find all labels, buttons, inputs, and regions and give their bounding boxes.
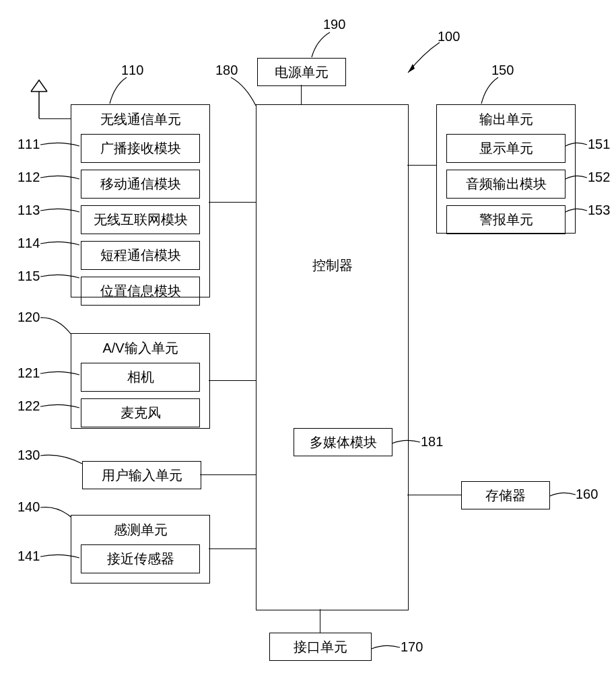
ref-141: 141	[18, 548, 40, 564]
leader-181	[392, 438, 422, 448]
leader-114	[40, 240, 81, 252]
location-block: 位置信息模块	[81, 277, 200, 306]
power-block: 电源单元	[257, 58, 346, 86]
ref-151: 151	[588, 137, 610, 152]
display-block: 显示单元	[446, 134, 566, 163]
leader-152	[566, 174, 589, 184]
ref-181: 181	[421, 434, 443, 450]
camera-block: 相机	[81, 363, 200, 392]
arrow-100	[403, 40, 443, 81]
leader-115	[40, 273, 81, 285]
connector-sensing	[209, 548, 256, 549]
connector-interface	[320, 609, 320, 633]
ref-170: 170	[401, 639, 423, 655]
leader-110	[108, 75, 131, 106]
audioout-block: 音频输出模块	[446, 170, 566, 199]
connector-wireless	[209, 202, 256, 203]
mic-block: 麦克风	[81, 398, 200, 427]
memory-label: 存储器	[485, 487, 526, 505]
leader-150	[479, 75, 503, 106]
ref-115: 115	[18, 269, 40, 284]
internet-block: 无线互联网模块	[81, 205, 200, 234]
interface-block: 接口单元	[269, 633, 372, 661]
userinput-block: 用户输入单元	[82, 461, 201, 489]
leader-180	[229, 75, 259, 109]
sensing-title: 感测单元	[71, 516, 209, 544]
leader-140	[40, 503, 74, 520]
ref-114: 114	[18, 236, 40, 251]
ref-160: 160	[576, 487, 598, 502]
output-title: 输出单元	[437, 105, 575, 134]
multimedia-block: 多媒体模块	[294, 428, 392, 456]
output-block: 输出单元 显示单元 音频输出模块 警报单元	[436, 104, 576, 234]
block-diagram: 控制器 多媒体模块 电源单元 无线通信单元 广播接收模块 移动通信模块 无线互联…	[0, 0, 616, 673]
controller-label: 控制器	[256, 256, 408, 275]
ref-113: 113	[18, 203, 40, 218]
ref-153: 153	[588, 203, 610, 218]
leader-141	[40, 553, 81, 565]
leader-112	[40, 174, 81, 186]
ref-122: 122	[18, 398, 40, 414]
leader-111	[40, 141, 81, 153]
leader-122	[40, 402, 81, 415]
leader-151	[566, 141, 589, 151]
leader-120	[40, 314, 74, 337]
av-title: A/V输入单元	[71, 334, 209, 363]
connector-power	[301, 85, 302, 104]
userinput-label: 用户输入单元	[102, 466, 182, 485]
leader-113	[40, 207, 81, 219]
ref-130: 130	[18, 448, 40, 463]
ref-120: 120	[18, 310, 40, 325]
multimedia-label: 多媒体模块	[310, 433, 377, 452]
mobile-block: 移动通信模块	[81, 170, 200, 199]
ref-121: 121	[18, 365, 40, 381]
ref-152: 152	[588, 170, 610, 185]
ref-111: 111	[18, 137, 40, 152]
alarm-block: 警报单元	[446, 205, 566, 234]
av-block: A/V输入单元 相机 麦克风	[71, 333, 210, 429]
proximity-block: 接近传感器	[81, 544, 200, 573]
interface-label: 接口单元	[294, 638, 347, 656]
connector-memory	[407, 495, 461, 495]
leader-121	[40, 369, 81, 382]
sensing-block: 感测单元 接近传感器	[71, 515, 210, 583]
connector-userinput	[200, 474, 256, 475]
power-label: 电源单元	[275, 63, 329, 81]
broadcast-block: 广播接收模块	[81, 134, 200, 163]
leader-153	[566, 207, 589, 217]
connector-av	[209, 380, 256, 381]
ref-112: 112	[18, 170, 40, 185]
wireless-title: 无线通信单元	[71, 105, 209, 134]
leader-170	[372, 643, 402, 653]
shortrange-block: 短程通信模块	[81, 241, 200, 270]
ref-140: 140	[18, 499, 40, 515]
memory-block: 存储器	[461, 481, 550, 509]
wireless-block: 无线通信单元 广播接收模块 移动通信模块 无线互联网模块 短程通信模块 位置信息…	[71, 104, 210, 297]
controller-block: 控制器 多媒体模块	[256, 104, 409, 610]
leader-190	[310, 30, 337, 61]
connector-antenna	[39, 118, 71, 119]
connector-output	[407, 165, 436, 166]
leader-130	[40, 452, 84, 468]
leader-160	[550, 491, 577, 501]
